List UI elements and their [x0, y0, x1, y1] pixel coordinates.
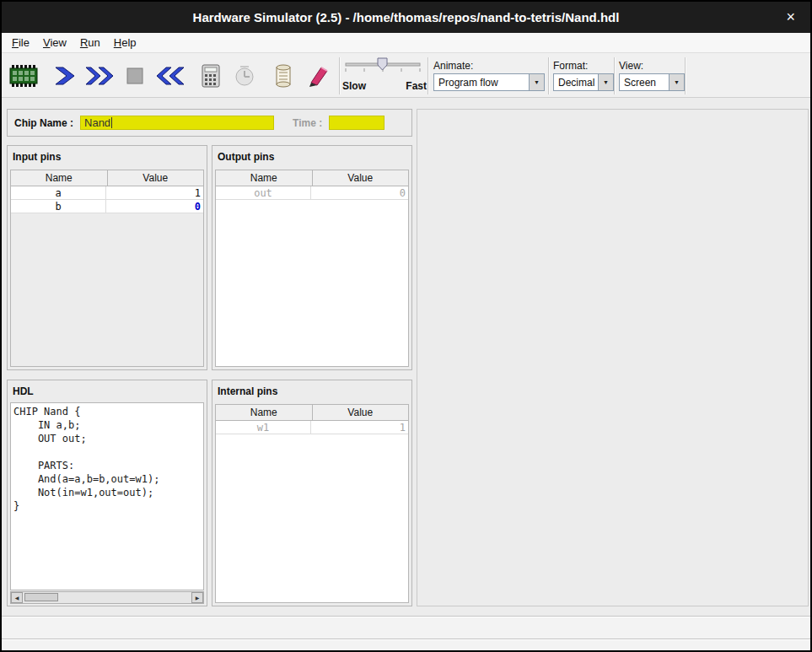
view-label: View: [619, 60, 685, 72]
output-pins-panel: Output pins Name Value out 0 [212, 145, 412, 370]
column-header-name: Name [216, 405, 313, 420]
pin-name: w1 [216, 421, 311, 434]
slider-slow-label: Slow [342, 80, 366, 92]
chip-name-label: Chip Name : [14, 117, 73, 129]
script-icon [272, 64, 294, 88]
stop-button[interactable] [118, 59, 152, 93]
view-combobox[interactable]: Screen ▼ [619, 73, 685, 91]
pin-value: 0 [311, 186, 408, 199]
column-header-value: Value [108, 170, 204, 186]
column-header-value: Value [313, 405, 409, 420]
load-chip-button[interactable] [7, 59, 40, 93]
chevron-down-icon[interactable]: ▼ [669, 74, 684, 90]
column-header-name: Name [11, 170, 108, 186]
rewind-icon [155, 66, 186, 86]
speed-slider-track[interactable] [342, 57, 423, 77]
calculator-icon [200, 63, 222, 89]
table-row: w1 1 [216, 421, 408, 434]
animate-value: Program flow [434, 74, 529, 90]
pin-value[interactable]: 1 [106, 186, 203, 199]
pin-value: 1 [311, 421, 408, 434]
table-header: Name Value [216, 170, 408, 186]
format-value: Decimal [554, 74, 598, 90]
menu-file[interactable]: File [5, 34, 36, 51]
single-step-icon [52, 66, 76, 86]
toolbar-separator [339, 57, 341, 94]
chip-header-panel: Chip Name : Nand Time : [7, 109, 412, 137]
memory-chip-icon [8, 64, 39, 88]
scroll-right-icon[interactable]: ▶ [191, 592, 203, 603]
pin-name: out [216, 186, 311, 199]
breakpoint-pen-icon [306, 64, 331, 88]
stop-icon [126, 67, 144, 85]
hdl-panel: HDL CHIP Nand { IN a,b; OUT out; PARTS: … [7, 380, 207, 606]
input-pins-panel: Input pins Name Value a 1 b 0 [7, 145, 207, 370]
chevron-down-icon[interactable]: ▼ [529, 74, 544, 90]
speed-slider-labels: Slow Fast [342, 80, 427, 92]
menu-run[interactable]: Run [73, 34, 107, 51]
menu-view[interactable]: View [36, 34, 73, 51]
breakpoints-button[interactable] [302, 59, 336, 93]
fast-forward-icon [84, 66, 115, 86]
clock-icon [233, 64, 256, 88]
titlebar: Hardware Simulator (2.5) - /home/thomas/… [2, 2, 810, 33]
screen-view-panel [417, 109, 809, 606]
calculator-button[interactable] [194, 59, 228, 93]
table-row[interactable]: a 1 [11, 186, 203, 200]
status-divider [2, 639, 810, 640]
internal-pins-table: Name Value w1 1 [215, 404, 409, 603]
chevron-down-icon[interactable]: ▼ [598, 74, 613, 90]
table-row[interactable]: b 0 [11, 200, 203, 213]
output-pins-table: Name Value out 0 [215, 170, 409, 367]
output-pins-title: Output pins [212, 146, 411, 164]
chip-name-value: Nand [81, 116, 110, 129]
run-button[interactable] [83, 59, 116, 93]
hardware-simulator-window: Hardware Simulator (2.5) - /home/thomas/… [0, 0, 812, 652]
pin-name: a [11, 186, 106, 199]
single-step-button[interactable] [47, 59, 81, 93]
table-header: Name Value [216, 405, 408, 421]
input-pins-title: Input pins [8, 146, 207, 164]
format-label: Format: [553, 60, 614, 72]
animate-label: Animate: [433, 60, 545, 72]
toolbar-separator [685, 57, 686, 94]
slider-fast-label: Fast [406, 80, 427, 92]
close-button[interactable]: × [782, 8, 799, 25]
format-combobox[interactable]: Decimal ▼ [553, 73, 614, 91]
view-value: Screen [620, 74, 669, 90]
menu-help[interactable]: Help [107, 34, 143, 51]
speed-slider-thumb [378, 58, 387, 70]
scrollbar-thumb[interactable] [24, 593, 58, 601]
column-header-name: Name [216, 170, 313, 186]
table-row: out 0 [216, 186, 408, 200]
status-bar [2, 616, 810, 650]
window-title: Hardware Simulator (2.5) - /home/thomas/… [193, 10, 620, 24]
scroll-left-icon[interactable]: ◀ [11, 592, 23, 603]
clock-button [228, 59, 261, 93]
view-script-button[interactable] [266, 59, 300, 93]
time-field [329, 116, 384, 130]
pin-name: b [11, 200, 106, 213]
toolbar-separator [614, 57, 616, 94]
time-label: Time : [293, 117, 322, 129]
table-header: Name Value [11, 170, 203, 186]
menubar: File View Run Help [2, 33, 810, 53]
reset-button[interactable] [153, 59, 187, 93]
toolbar: Slow Fast Animate: Program flow ▼ Format… [2, 53, 810, 98]
hdl-title: HDL [8, 380, 207, 399]
internal-pins-panel: Internal pins Name Value w1 1 [212, 380, 412, 606]
toolbar-separator [548, 57, 550, 94]
animate-combobox[interactable]: Program flow ▼ [433, 73, 545, 91]
hdl-horizontal-scrollbar[interactable]: ◀ ▶ [10, 591, 204, 604]
pin-value[interactable]: 0 [106, 200, 203, 213]
speed-slider[interactable]: Slow Fast [342, 57, 427, 95]
scrollbar-track[interactable] [23, 592, 191, 603]
internal-pins-title: Internal pins [212, 380, 411, 399]
toolbar-separator [428, 57, 429, 94]
text-cursor [111, 117, 112, 128]
input-pins-table: Name Value a 1 b 0 [10, 170, 204, 367]
column-header-value: Value [313, 170, 409, 186]
hdl-code-view: CHIP Nand { IN a,b; OUT out; PARTS: And(… [10, 402, 204, 590]
chip-name-field[interactable]: Nand [80, 116, 274, 130]
hdl-code: CHIP Nand { IN a,b; OUT out; PARTS: And(… [11, 403, 203, 515]
